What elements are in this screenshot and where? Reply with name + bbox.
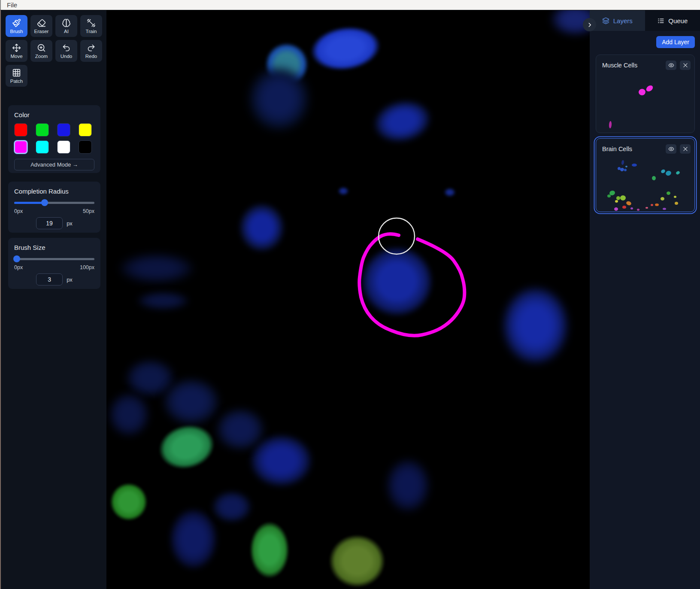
- menu-bar: File: [0, 0, 700, 10]
- thumbnail-blob: [645, 84, 654, 93]
- completion-radius-input[interactable]: [36, 217, 63, 229]
- color-swatch-green[interactable]: [36, 123, 49, 137]
- brush-size-section: Brush Size 0px 100px px: [8, 238, 100, 289]
- layer-card-header: Muscle Cells: [596, 55, 694, 70]
- thumbnail-blob: [674, 196, 676, 198]
- color-swatch-blue[interactable]: [57, 123, 70, 137]
- cell-blob: [106, 477, 153, 526]
- tool-brush[interactable]: Brush: [6, 15, 27, 37]
- tool-undo[interactable]: Undo: [55, 40, 77, 62]
- cell-blob: [379, 450, 437, 521]
- tab-queue-label: Queue: [668, 17, 688, 24]
- thumbnail-blob: [661, 197, 664, 200]
- thumbnail-blob: [637, 209, 639, 211]
- color-swatch-magenta[interactable]: [14, 140, 27, 154]
- layer-delete-button[interactable]: [680, 144, 691, 154]
- close-icon: [682, 62, 688, 68]
- layers-panel-body: Add Layer Muscle CellsBrain Cells: [590, 31, 700, 212]
- tab-layers-label: Layers: [613, 17, 633, 24]
- tab-layers[interactable]: Layers: [590, 10, 645, 31]
- completion-radius-section: Completion Radius 0px 50px px: [8, 182, 100, 233]
- layer-card-header: Brain Cells: [596, 139, 694, 154]
- thumbnail-blob: [621, 160, 624, 165]
- dumbbell-icon: [87, 18, 96, 27]
- thumbnail-blob: [675, 202, 678, 205]
- cell-blob: [129, 289, 197, 313]
- zoom-icon: [37, 43, 46, 52]
- brush-icon: [12, 18, 21, 27]
- tool-label: Move: [10, 54, 22, 59]
- layer-visibility-button[interactable]: [666, 144, 676, 154]
- slider-thumb[interactable]: [41, 199, 48, 206]
- thumbnail-blob: [652, 176, 656, 180]
- eye-icon: [668, 62, 674, 68]
- cell-blob: [206, 486, 258, 527]
- layer-delete-button[interactable]: [680, 61, 691, 70]
- completion-radius-slider[interactable]: [14, 199, 94, 206]
- tab-queue[interactable]: Queue: [645, 10, 700, 31]
- color-swatch-red[interactable]: [14, 123, 27, 137]
- color-swatch-cyan[interactable]: [36, 140, 49, 154]
- thumbnail-blob: [625, 166, 627, 167]
- layers-list: Muscle CellsBrain Cells: [596, 55, 695, 212]
- tool-label: Redo: [85, 54, 97, 59]
- tool-label: Brush: [10, 29, 23, 34]
- thumbnail-blob: [620, 195, 626, 200]
- tool-move[interactable]: Move: [6, 40, 27, 62]
- tool-label: Train: [86, 29, 97, 34]
- tool-zoom[interactable]: Zoom: [30, 40, 52, 62]
- cell-blob: [106, 386, 156, 443]
- tool-redo[interactable]: Redo: [80, 40, 102, 62]
- brush-size-unit: px: [67, 276, 73, 283]
- layer-card-brain-cells[interactable]: Brain Cells: [596, 138, 695, 212]
- add-layer-button[interactable]: Add Layer: [656, 36, 695, 48]
- file-menu[interactable]: File: [3, 1, 21, 9]
- thumbnail-blob: [661, 169, 666, 174]
- thumbnail-blob: [645, 207, 648, 209]
- cell-blob: [360, 87, 445, 155]
- thumbnail-blob: [638, 88, 646, 96]
- brush-size-title: Brush Size: [14, 244, 94, 251]
- eraser-icon: [37, 18, 46, 27]
- color-swatch-white[interactable]: [57, 140, 70, 154]
- brush-size-input[interactable]: [36, 273, 63, 285]
- tool-label: Zoom: [35, 54, 48, 59]
- cell-blob: [336, 186, 350, 196]
- tool-eraser[interactable]: Eraser: [30, 15, 52, 37]
- tool-label: Undo: [61, 54, 73, 59]
- tool-train[interactable]: Train: [80, 15, 102, 37]
- thumbnail-blob: [626, 200, 632, 206]
- slider-fill: [14, 202, 45, 204]
- image-canvas[interactable]: [106, 10, 590, 589]
- advanced-mode-button[interactable]: Advanced Mode →: [14, 159, 94, 170]
- redo-icon: [87, 43, 96, 52]
- thumbnail-blob: [651, 204, 653, 206]
- grid-icon: [12, 68, 21, 77]
- thumbnail-blob: [616, 196, 620, 200]
- completion-radius-title: Completion Radius: [14, 188, 94, 195]
- color-swatch-black[interactable]: [79, 140, 92, 154]
- color-swatch-grid: [14, 123, 94, 154]
- color-swatch-yellow[interactable]: [79, 123, 92, 137]
- cell-blob: [350, 235, 444, 328]
- tool-ai[interactable]: AI: [55, 15, 77, 37]
- cell-blob: [238, 56, 320, 142]
- layer-name: Brain Cells: [602, 146, 662, 152]
- layer-name: Muscle Cells: [602, 62, 662, 69]
- layer-card-muscle-cells[interactable]: Muscle Cells: [596, 55, 695, 133]
- cell-blob: [297, 15, 394, 82]
- layer-visibility-button[interactable]: [666, 61, 676, 70]
- slider-thumb[interactable]: [13, 255, 20, 262]
- thumbnail-blob: [607, 194, 611, 197]
- slider-track[interactable]: [14, 258, 94, 260]
- brush-size-slider[interactable]: [14, 255, 94, 262]
- brush-size-max: 100px: [80, 264, 94, 270]
- left-sidebar: BrushEraserAITrainMoveZoomUndoRedoPatch …: [0, 10, 106, 589]
- queue-icon: [657, 17, 664, 24]
- brain-icon: [62, 18, 71, 27]
- color-section-title: Color: [14, 111, 94, 118]
- collapse-panel-button[interactable]: [583, 18, 596, 31]
- completion-radius-min: 0px: [14, 208, 23, 214]
- tool-patch[interactable]: Patch: [6, 65, 27, 87]
- thumbnail-blob: [630, 207, 633, 209]
